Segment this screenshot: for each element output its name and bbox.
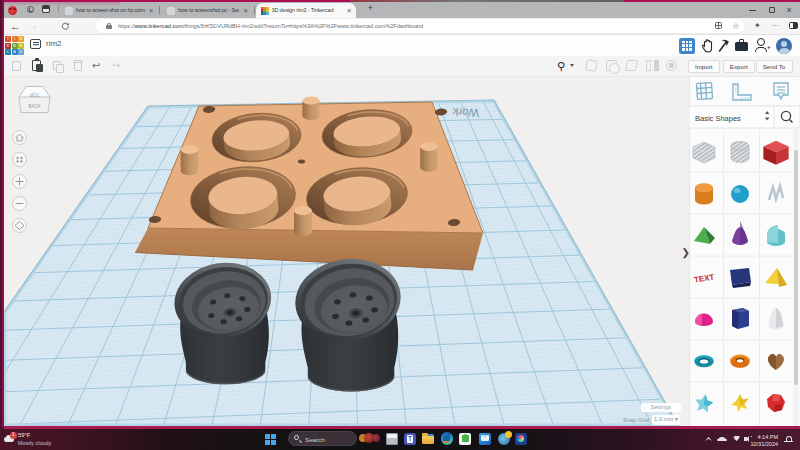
- svg-text:Basic Shapes: Basic Shapes: [695, 114, 741, 123]
- svg-text:TEXT: TEXT: [693, 273, 715, 285]
- svg-text:BACK: BACK: [28, 104, 41, 109]
- svg-text:Work: Work: [452, 106, 479, 119]
- svg-text:TOP: TOP: [29, 92, 40, 98]
